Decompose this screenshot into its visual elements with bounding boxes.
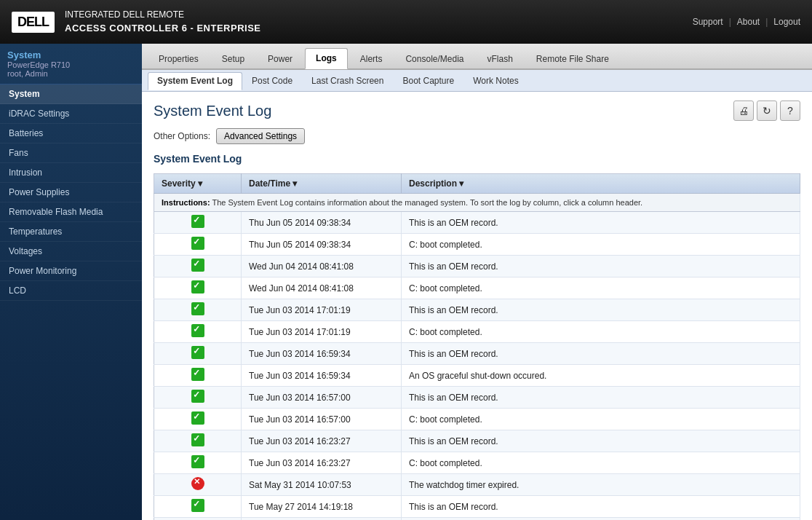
table-row: Tue Jun 03 2014 16:59:34An OS graceful s… [154,365,800,387]
datetime-cell: Tue Jun 03 2014 17:01:19 [242,321,402,343]
description-cell: This is an OEM record. [402,256,800,277]
error-icon [191,477,204,490]
page-title: System Event Log [154,103,271,119]
description-cell: This is an OEM record. [402,387,800,409]
tab-alerts[interactable]: Alerts [349,49,394,68]
table-row: Tue Jun 03 2014 16:57:00C: boot complete… [154,409,800,430]
subtab-system-event-log[interactable]: System Event Log [148,72,242,90]
table-row: Tue Jun 03 2014 16:57:00This is an OEM r… [154,387,800,409]
description-cell: This is an OEM record. [402,212,800,234]
tab-logs[interactable]: Logs [305,48,348,69]
sidebar-item-power-supplies[interactable]: Power Supplies [0,183,142,202]
header-title-line1: INTEGRATED DELL REMOTE [65,8,261,21]
sidebar-item-idrac-settings[interactable]: iDRAC Settings [0,104,142,124]
about-link[interactable]: About [737,17,760,27]
datetime-cell: Tue Jun 03 2014 16:23:27 [242,430,402,452]
sidebar-system-name: System [7,50,135,60]
description-cell: C: boot completed. [402,234,800,256]
table-row: Sat May 31 2014 10:07:53The watchdog tim… [154,474,800,496]
table-row: Thu Jun 05 2014 09:38:34This is an OEM r… [154,212,800,234]
tab-vflash[interactable]: vFlash [476,49,523,68]
sidebar-item-power-monitoring[interactable]: Power Monitoring [0,261,142,281]
table-row: Tue Jun 03 2014 16:23:27C: boot complete… [154,452,800,474]
table-row: Thu Jun 05 2014 09:38:34C: boot complete… [154,234,800,256]
datetime-cell: Tue Jun 03 2014 16:23:27 [242,452,402,474]
log-table: Severity ▾ Date/Time ▾ Description ▾ Ins… [154,173,800,520]
datetime-cell: Sat May 31 2014 10:07:53 [242,474,402,496]
ok-icon [191,259,204,272]
col-datetime[interactable]: Date/Time ▾ [242,174,402,194]
datetime-cell: Tue Jun 03 2014 16:57:00 [242,409,402,430]
datetime-cell: Tue Jun 03 2014 16:59:34 [242,365,402,387]
tab-power[interactable]: Power [257,49,303,68]
table-header-row: Severity ▾ Date/Time ▾ Description ▾ [154,174,800,194]
description-cell: C: boot completed. [402,452,800,474]
severity-cell [154,387,242,409]
description-cell: This is an OEM record. [402,343,800,365]
col-description[interactable]: Description ▾ [402,174,800,194]
sidebar-item-removable-flash-media[interactable]: Removable Flash Media [0,202,142,222]
sidebar-item-system[interactable]: System [0,84,142,104]
sub-nav: System Event Log Post Code Last Crash Sc… [142,70,812,92]
sidebar-item-voltages[interactable]: Voltages [0,242,142,261]
instructions-label: Instructions: [162,198,210,207]
description-cell: C: boot completed. [402,321,800,343]
table-row: Tue May 27 2014 14:19:18This is an OEM r… [154,496,800,518]
datetime-cell: Tue May 27 2014 14:19:18 [242,496,402,518]
datetime-cell: Thu Jun 05 2014 09:38:34 [242,212,402,234]
sidebar-item-intrusion[interactable]: Intrusion [0,163,142,183]
severity-cell [154,256,242,277]
print-button[interactable]: 🖨 [733,101,754,121]
logout-link[interactable]: Logout [773,17,800,27]
ok-icon [191,324,204,337]
severity-cell [154,452,242,474]
support-link[interactable]: Support [693,17,723,27]
tab-remote-file-share[interactable]: Remote File Share [525,49,620,68]
layout: System PowerEdge R710 root, Admin System… [0,44,812,520]
col-severity[interactable]: Severity ▾ [154,174,242,194]
sidebar-item-batteries[interactable]: Batteries [0,124,142,143]
ok-icon [191,411,204,425]
description-cell: An OS graceful shut-down occured. [402,365,800,387]
ok-icon [191,302,204,315]
ok-icon [191,390,204,403]
ok-icon [191,280,204,294]
datetime-cell: Tue Jun 03 2014 16:57:00 [242,387,402,409]
other-options-label: Other Options: [154,131,210,141]
dell-logo: DELL [12,12,55,33]
description-cell: This is an OEM record. [402,430,800,452]
datetime-cell: Wed Jun 04 2014 08:41:08 [242,277,402,299]
severity-cell [154,343,242,365]
severity-cell [154,496,242,518]
instructions-row: Instructions: The System Event Log conta… [154,194,800,212]
refresh-button[interactable]: ↻ [757,101,777,121]
ok-icon [191,215,204,228]
help-button[interactable]: ? [780,101,800,121]
subtab-boot-capture[interactable]: Boot Capture [393,72,463,90]
advanced-settings-button[interactable]: Advanced Settings [216,128,305,144]
subtab-work-notes[interactable]: Work Notes [463,72,528,90]
subtab-post-code[interactable]: Post Code [242,72,302,90]
sidebar-item-fans[interactable]: Fans [0,143,142,163]
severity-cell [154,321,242,343]
table-row: Tue May 27 2014 14:19:18C: boot complete… [154,518,800,521]
header-logo-section: DELL INTEGRATED DELL REMOTE ACCESS CONTR… [12,8,261,36]
table-row: Tue Jun 03 2014 16:23:27This is an OEM r… [154,430,800,452]
severity-cell [154,430,242,452]
header-links: Support | About | Logout [693,17,800,27]
datetime-cell: Thu Jun 05 2014 09:38:34 [242,234,402,256]
sidebar-item-temperatures[interactable]: Temperatures [0,222,142,242]
table-row: Wed Jun 04 2014 08:41:08This is an OEM r… [154,256,800,277]
tab-console-media[interactable]: Console/Media [394,49,474,68]
tab-setup[interactable]: Setup [211,49,255,68]
table-row: Tue Jun 03 2014 17:01:19This is an OEM r… [154,299,800,321]
main-content: Properties Setup Power Logs Alerts Conso… [142,44,812,520]
sidebar-item-lcd[interactable]: LCD [0,281,142,301]
description-cell: This is an OEM record. [402,496,800,518]
datetime-cell: Tue Jun 03 2014 17:01:19 [242,299,402,321]
header-title: INTEGRATED DELL REMOTE ACCESS CONTROLLER… [65,8,261,36]
top-nav: Properties Setup Power Logs Alerts Conso… [142,44,812,70]
subtab-last-crash-screen[interactable]: Last Crash Screen [302,72,393,90]
tab-properties[interactable]: Properties [148,49,210,68]
description-cell: C: boot completed. [402,409,800,430]
